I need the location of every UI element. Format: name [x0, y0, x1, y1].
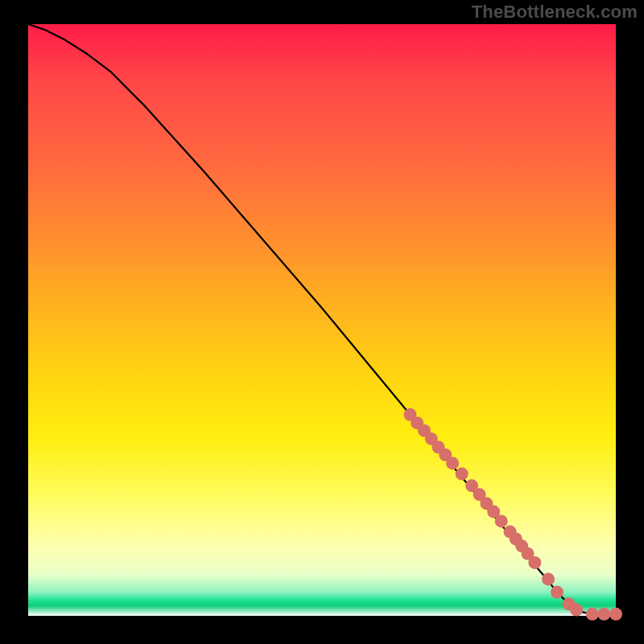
data-point	[609, 608, 622, 621]
chart-svg	[28, 24, 616, 616]
data-point	[597, 608, 610, 621]
chart-frame: TheBottleneck.com	[0, 0, 644, 644]
plot-area	[28, 24, 616, 616]
data-point	[495, 514, 508, 527]
data-point	[570, 604, 583, 617]
data-point	[446, 456, 459, 469]
data-point	[528, 556, 541, 569]
data-point	[586, 608, 599, 621]
curve-line	[28, 24, 616, 614]
marker-group	[404, 408, 623, 621]
data-point	[542, 572, 555, 585]
data-point	[456, 468, 469, 481]
brand-watermark: TheBottleneck.com	[472, 2, 638, 23]
data-point	[551, 586, 564, 599]
